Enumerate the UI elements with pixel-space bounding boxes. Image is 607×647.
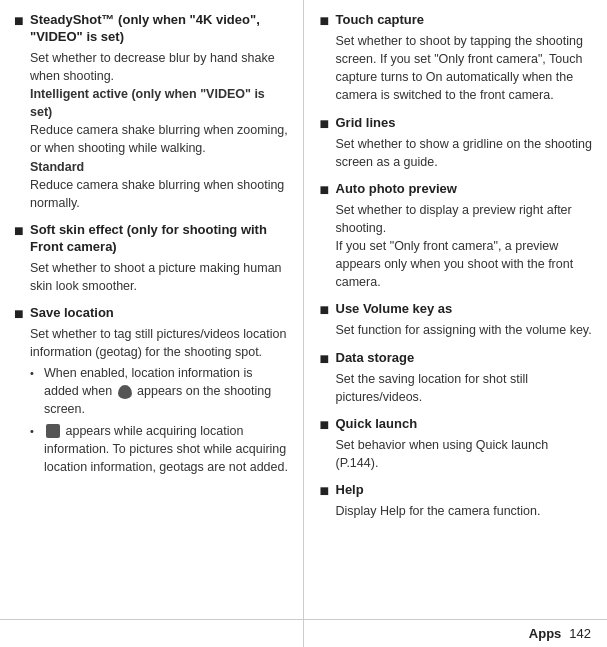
footer: Apps 142 bbox=[0, 619, 607, 647]
section-steadyshot: ■ SteadyShot™ (only when "4K video", "VI… bbox=[14, 12, 289, 212]
location-icon bbox=[118, 385, 132, 399]
bullet-icon-save-location: ■ bbox=[14, 306, 24, 322]
section-soft-skin: ■ Soft skin effect (only for shooting wi… bbox=[14, 222, 289, 295]
section-body-auto-photo: Set whether to display a preview right a… bbox=[320, 201, 594, 292]
section-touch-capture: ■ Touch capture Set whether to shoot by … bbox=[320, 12, 594, 105]
section-volume-key: ■ Use Volume key as Set function for ass… bbox=[320, 301, 594, 339]
page: ■ SteadyShot™ (only when "4K video", "VI… bbox=[0, 0, 607, 647]
bullet-icon-volume-key: ■ bbox=[320, 302, 330, 318]
section-body-soft-skin: Set whether to shoot a picture making hu… bbox=[14, 259, 289, 295]
bullet-icon-auto-photo: ■ bbox=[320, 182, 330, 198]
section-title-data-storage: ■ Data storage bbox=[320, 350, 594, 367]
left-column: ■ SteadyShot™ (only when "4K video", "VI… bbox=[0, 0, 304, 647]
section-title-touch-capture: ■ Touch capture bbox=[320, 12, 594, 29]
bullet-icon-soft-skin: ■ bbox=[14, 223, 24, 239]
bullet-icon-quick-launch: ■ bbox=[320, 417, 330, 433]
footer-page-number: 142 bbox=[569, 626, 591, 641]
sub-item-2: • appears while acquiring location infor… bbox=[30, 422, 289, 476]
bullet-icon-help: ■ bbox=[320, 483, 330, 499]
section-grid-lines: ■ Grid lines Set whether to show a gridl… bbox=[320, 115, 594, 171]
footer-apps-label: Apps bbox=[529, 626, 562, 641]
section-save-location: ■ Save location Set whether to tag still… bbox=[14, 305, 289, 476]
section-title-grid-lines: ■ Grid lines bbox=[320, 115, 594, 132]
sub-item-1: • When enabled, location information is … bbox=[30, 364, 289, 418]
section-data-storage: ■ Data storage Set the saving location f… bbox=[320, 350, 594, 406]
section-title-steadyshot: ■ SteadyShot™ (only when "4K video", "VI… bbox=[14, 12, 289, 46]
bullet-icon-grid-lines: ■ bbox=[320, 116, 330, 132]
section-help: ■ Help Display Help for the camera funct… bbox=[320, 482, 594, 520]
section-body-steadyshot: Set whether to decrease blur by hand sha… bbox=[14, 49, 289, 212]
section-auto-photo: ■ Auto photo preview Set whether to disp… bbox=[320, 181, 594, 292]
sub-bullet-1: • bbox=[30, 366, 40, 382]
section-body-volume-key: Set function for assigning with the volu… bbox=[320, 321, 594, 339]
section-title-help: ■ Help bbox=[320, 482, 594, 499]
right-column: ■ Touch capture Set whether to shoot by … bbox=[304, 0, 608, 647]
camera-icon bbox=[46, 424, 60, 438]
section-body-touch-capture: Set whether to shoot by tapping the shoo… bbox=[320, 32, 594, 105]
section-title-volume-key: ■ Use Volume key as bbox=[320, 301, 594, 318]
section-title-auto-photo: ■ Auto photo preview bbox=[320, 181, 594, 198]
bullet-icon-steadyshot: ■ bbox=[14, 13, 24, 29]
section-body-quick-launch: Set behavior when using Quick launch (P.… bbox=[320, 436, 594, 472]
section-quick-launch: ■ Quick launch Set behavior when using Q… bbox=[320, 416, 594, 472]
bullet-icon-data-storage: ■ bbox=[320, 351, 330, 367]
section-title-soft-skin: ■ Soft skin effect (only for shooting wi… bbox=[14, 222, 289, 256]
section-body-save-location: Set whether to tag still pictures/videos… bbox=[14, 325, 289, 476]
section-body-data-storage: Set the saving location for shot still p… bbox=[320, 370, 594, 406]
section-body-help: Display Help for the camera function. bbox=[320, 502, 594, 520]
section-body-grid-lines: Set whether to show a gridline on the sh… bbox=[320, 135, 594, 171]
sub-bullet-2: • bbox=[30, 424, 40, 440]
bullet-icon-touch-capture: ■ bbox=[320, 13, 330, 29]
section-title-quick-launch: ■ Quick launch bbox=[320, 416, 594, 433]
section-title-save-location: ■ Save location bbox=[14, 305, 289, 322]
